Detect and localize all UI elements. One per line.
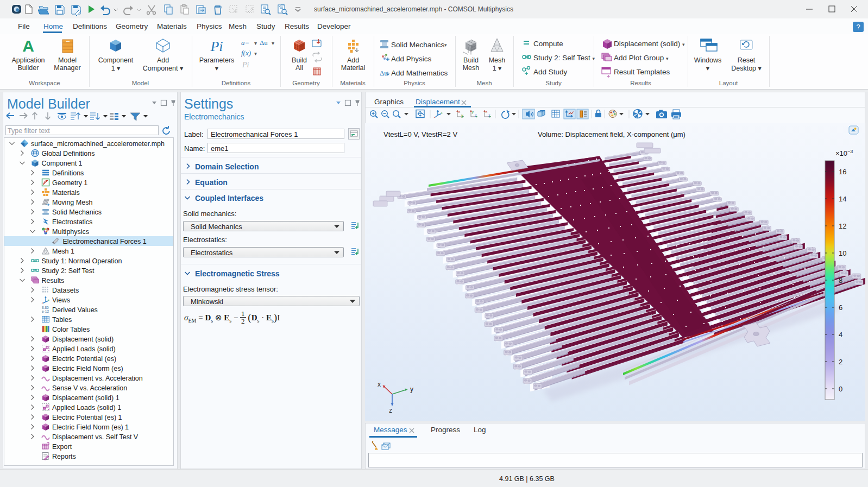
svg-text:y: y xyxy=(410,385,413,393)
svg-text:x: x xyxy=(458,109,461,114)
svg-text:z: z xyxy=(389,407,392,414)
svg-text:x: x xyxy=(486,109,488,114)
svg-text:y: y xyxy=(472,109,474,114)
svg-text:x: x xyxy=(378,381,381,388)
